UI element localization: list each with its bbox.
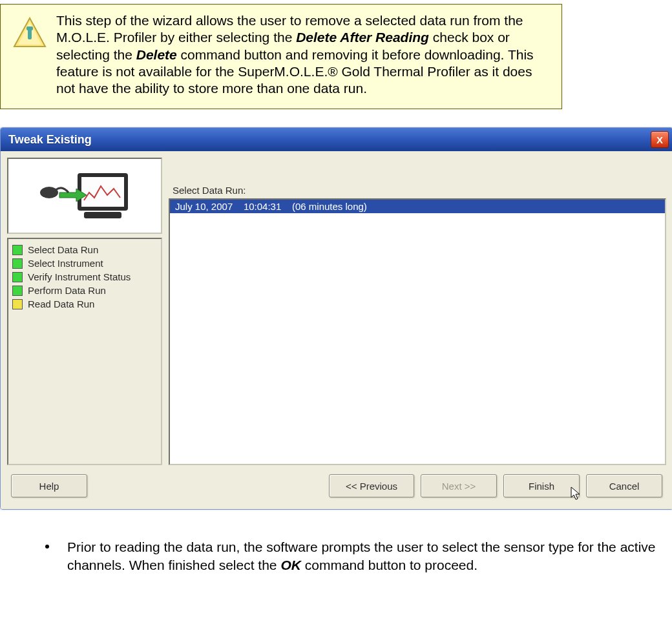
step-item: Read Data Run — [11, 297, 158, 311]
help-button[interactable]: Help — [11, 474, 87, 497]
info-callout: This step of the wizard allows the user … — [0, 4, 562, 109]
step-status-icon — [12, 286, 23, 296]
svg-rect-3 — [26, 26, 33, 30]
svg-point-8 — [40, 187, 58, 198]
list-label: Select Data Run: — [169, 158, 666, 198]
bullet-dot-icon — [45, 545, 49, 548]
svg-rect-5 — [81, 177, 124, 207]
bullet-item: Prior to reading the data run, the softw… — [0, 538, 672, 574]
info-text: This step of the wizard allows the user … — [56, 12, 550, 97]
finish-button[interactable]: Finish — [503, 474, 580, 497]
next-button: Next >> — [421, 474, 497, 497]
previous-button[interactable]: << Previous — [329, 474, 414, 497]
window-title: Tweak Existing — [8, 133, 92, 147]
tip-icon — [12, 16, 50, 54]
step-item: Select Data Run — [11, 243, 158, 256]
step-status-icon — [12, 245, 23, 255]
close-icon: X — [656, 134, 663, 145]
step-item: Perform Data Run — [11, 284, 158, 297]
list-item[interactable]: July 10, 2007 10:04:31 (06 minutes long) — [170, 200, 665, 213]
bullet-list: Prior to reading the data run, the softw… — [0, 538, 672, 574]
wizard-button-row: Help << Previous Next >> Finish Cancel — [7, 465, 666, 503]
step-status-icon — [12, 258, 23, 269]
close-button[interactable]: X — [651, 131, 669, 148]
dialog-body: Select Data Run Select Instrument Verify… — [1, 151, 672, 509]
titlebar: Tweak Existing X — [1, 128, 672, 151]
step-status-icon — [12, 299, 23, 309]
step-item: Verify Instrument Status — [11, 270, 158, 284]
bullet-text: Prior to reading the data run, the softw… — [67, 538, 672, 574]
svg-rect-6 — [84, 212, 121, 218]
data-run-listbox[interactable]: July 10, 2007 10:04:31 (06 minutes long) — [169, 198, 666, 465]
wizard-header-image — [7, 158, 162, 234]
cursor-icon — [570, 486, 583, 503]
cancel-button[interactable]: Cancel — [586, 474, 662, 497]
wizard-steps-list: Select Data Run Select Instrument Verify… — [7, 238, 162, 465]
wizard-dialog: Tweak Existing X — [0, 127, 672, 510]
step-status-icon — [12, 272, 23, 282]
svg-rect-2 — [28, 29, 32, 39]
step-item: Select Instrument — [11, 256, 158, 270]
